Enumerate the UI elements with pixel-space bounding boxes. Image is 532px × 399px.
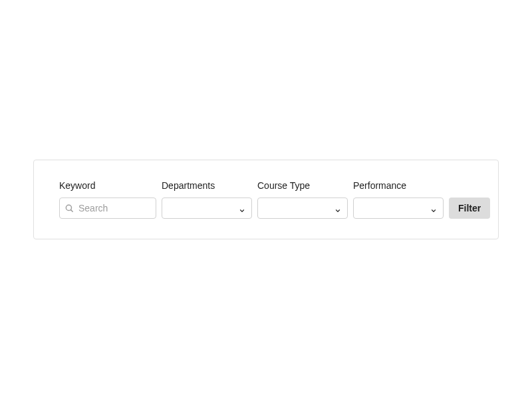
course-type-select[interactable] xyxy=(257,198,348,219)
keyword-input-wrap xyxy=(59,198,156,219)
performance-field: Performance xyxy=(353,180,444,219)
keyword-label: Keyword xyxy=(59,180,156,191)
filter-panel: Keyword Departments xyxy=(33,160,499,239)
departments-label: Departments xyxy=(162,180,252,191)
filter-button[interactable]: Filter xyxy=(449,198,490,219)
course-type-field: Course Type xyxy=(257,180,348,219)
departments-field: Departments xyxy=(162,180,252,219)
performance-select-wrap xyxy=(353,198,444,219)
departments-select[interactable] xyxy=(162,198,252,219)
performance-label: Performance xyxy=(353,180,444,191)
course-type-select-wrap xyxy=(257,198,348,219)
departments-select-wrap xyxy=(162,198,252,219)
course-type-label: Course Type xyxy=(257,180,348,191)
search-input[interactable] xyxy=(59,198,156,219)
filter-row: Keyword Departments xyxy=(59,180,473,219)
performance-select[interactable] xyxy=(353,198,444,219)
keyword-field: Keyword xyxy=(59,180,156,219)
